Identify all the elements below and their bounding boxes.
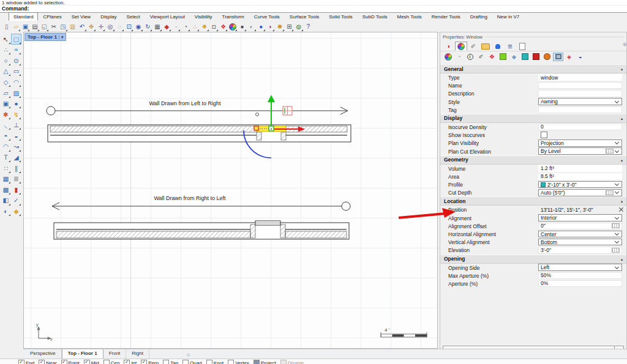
sphere-tool[interactable]: ● [11,98,21,110]
layer-state-button[interactable]: ❖ [219,22,228,32]
dropdown-arrow-icon[interactable] [615,231,619,236]
shade-tool[interactable]: ◧ [1,195,11,206]
spark-tool[interactable]: ↯ [11,109,21,120]
boolean-difference-tool[interactable]: ◒ [11,130,21,141]
property-control[interactable] [538,132,622,139]
viewport-tab[interactable]: Front [103,349,127,359]
chevron-down-icon[interactable]: ▼ [59,35,64,39]
move-button[interactable]: ✛ [96,22,105,32]
zoom-button[interactable]: ◎ [105,22,115,32]
toolbar-tab[interactable]: Visibility [190,12,217,21]
section-header[interactable]: Opening [440,254,626,264]
copy-to-clipboard-button[interactable]: ◱ [40,22,49,32]
new-viewport-tab-icon[interactable]: ◇ [184,351,193,359]
save-button[interactable]: ▣ [21,22,30,32]
rendered-view-button[interactable]: ● [257,22,266,32]
property-control[interactable]: Interior [538,214,622,221]
cplane-button[interactable]: ◔ [181,22,190,32]
grid-tool[interactable]: ▩ [1,184,11,195]
property-control[interactable]: Center [538,231,622,238]
osnap-toggle[interactable]: Tan [163,360,178,364]
material-page[interactable]: ✐ [476,53,486,61]
osnap-checkbox[interactable] [228,360,234,364]
property-control[interactable]: 3'-0" [538,247,622,254]
viewport-tab[interactable]: Perspective [24,349,62,359]
undo-button[interactable]: ↶ [77,22,86,32]
osnap-checkbox[interactable] [18,360,24,364]
osnap-toggle[interactable]: Disable [280,360,304,364]
shutlining-page[interactable] [531,53,541,61]
osnap-toggle[interactable]: Mid [84,360,99,364]
copy-button[interactable]: ◳ [58,22,67,32]
fillet-tool[interactable]: ◟ [1,120,11,131]
property-control[interactable]: 0 [538,124,622,131]
osnap-checkbox[interactable] [182,360,189,364]
position-picker-icon[interactable] [617,206,625,214]
hatch-tool[interactable]: ≣ [11,174,21,185]
expander-icon[interactable] [443,207,446,212]
osnap-toggle[interactable]: Point [61,360,80,364]
toolbar-tab[interactable]: Mesh Tools [392,12,427,21]
osnap-checkbox[interactable] [253,360,260,364]
checkbox[interactable] [541,132,547,138]
toolbar-tab[interactable]: Drafting [465,12,492,21]
material-tab[interactable]: ✐ [467,42,479,51]
visualarq-styles-page[interactable]: ◒ [575,53,585,61]
gumball-popup-tool[interactable]: ▢ [11,34,21,45]
osnap-checkbox[interactable] [163,360,169,364]
thickness-page[interactable] [520,53,530,61]
dropdown-arrow-icon[interactable] [615,190,619,194]
circle-tool[interactable]: ○ [1,55,11,66]
osnap-toggle[interactable]: Int [124,360,137,364]
displacement-page[interactable] [542,53,552,61]
visualarq-tab[interactable]: ◗ [443,42,455,51]
osnap-checkbox[interactable] [61,360,67,364]
decals-page[interactable]: ◔ [454,53,464,61]
osnap-checkbox[interactable] [39,360,45,364]
zoom-dynamic-button[interactable]: ◌ [115,22,124,32]
cut-button[interactable]: ✂ [49,22,58,32]
named-view-button[interactable]: ◆ [162,22,171,32]
toolbar-tab[interactable]: Surface Tools [285,12,324,21]
floating-viewport-button[interactable]: ⊞ [285,22,294,32]
zoom-selected-button[interactable]: ◉ [133,22,143,32]
property-control[interactable] [538,82,622,89]
dropdown-arrow-icon[interactable] [615,99,619,103]
edit-tool[interactable]: ◐ [1,206,11,217]
notes-tab[interactable] [516,42,528,51]
print-button[interactable]: ▤ [30,22,39,32]
paste-button[interactable]: ▥ [68,22,77,32]
visualarq-window-page[interactable] [553,53,563,61]
polyline-tool[interactable]: △ [1,66,11,77]
boolean-union-tool[interactable]: ◓ [1,130,11,141]
property-control[interactable]: window [538,74,622,81]
texture-mapping-page[interactable]: ✥ [487,53,497,61]
toolbar-tab[interactable]: Render Tools [427,12,465,21]
rendering-page[interactable]: ◆ [509,53,519,61]
pin-tool[interactable]: ▮ [11,184,21,195]
explode-tool[interactable]: ✱ [1,109,11,120]
libraries-tab[interactable] [479,42,492,51]
keyboard-icon[interactable] [612,248,620,253]
property-control[interactable]: Bottom [538,239,622,246]
osnap-toggle[interactable]: Knot [206,360,223,364]
curve-tool[interactable]: ≈ [11,45,21,56]
property-control[interactable]: Left [538,264,622,271]
toolbar-tab[interactable]: CPlanes [38,12,66,21]
property-control[interactable]: 0% [538,280,622,288]
osnap-toggle[interactable]: Project [253,360,276,364]
panel-options-gear-icon[interactable]: ✺ [622,42,627,48]
property-control[interactable]: 50% [538,272,622,280]
offset-tool[interactable]: ∥ [11,163,21,174]
section-header[interactable]: Geometry [440,155,626,165]
toolbar-tab[interactable]: Select [121,12,145,21]
osnap-toggle[interactable]: End [18,360,34,364]
polygon-tool[interactable]: ◇ [1,76,11,87]
osnap-checkbox[interactable] [124,360,130,364]
dropdown-arrow-icon[interactable] [615,140,619,144]
section-header[interactable]: Location [440,196,626,206]
osnap-toggle[interactable]: Vertex [228,360,249,364]
osnap-toggle[interactable]: Near [39,360,56,364]
visualarq-opening-page[interactable]: ◈ [564,53,574,61]
section-header[interactable]: General [440,64,626,73]
